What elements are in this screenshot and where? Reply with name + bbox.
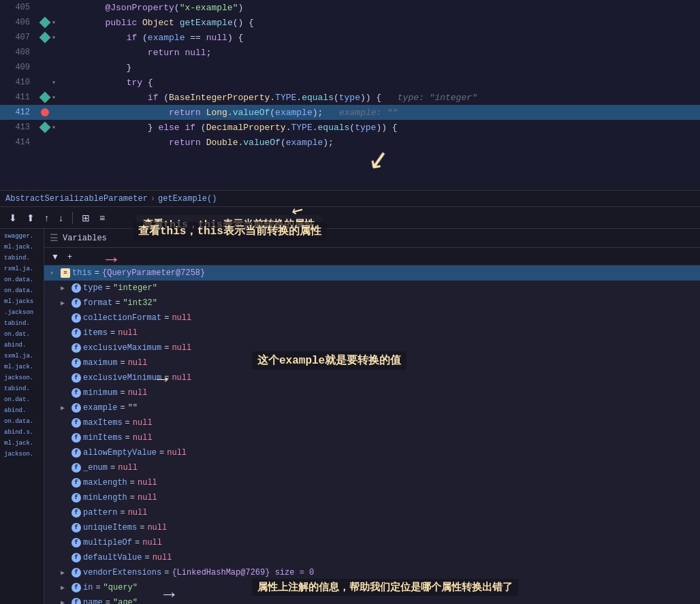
var-uniqueItems[interactable]: f uniqueItems = null bbox=[44, 520, 700, 535]
var-defaultValue[interactable]: f defaultValue = null bbox=[44, 550, 700, 565]
var-collectionFormat[interactable]: f collectionFormat = null bbox=[44, 311, 700, 325]
var-items[interactable]: f items = null bbox=[44, 325, 700, 340]
code-line-412: 412 return Long.valueOf(example); exampl… bbox=[0, 105, 700, 120]
sidebar-file-2: tabind. bbox=[1, 253, 42, 263]
breakpoint-diamond-411 bbox=[39, 92, 51, 104]
var-format[interactable]: ▶ f format = "int32" bbox=[44, 296, 700, 311]
var-exclusiveMaximum[interactable]: f exclusiveMaximum = null bbox=[44, 340, 700, 355]
field-icon-exclusiveMaximum: f bbox=[71, 343, 81, 353]
toolbar-separator bbox=[72, 212, 73, 224]
field-icon-minimum: f bbox=[71, 388, 81, 398]
sidebar-file-9: on.dat. bbox=[1, 330, 42, 339]
code-lines: 405 @JsonProperty("x-example") 406 ▾ pub… bbox=[0, 0, 700, 190]
field-icon-type: f bbox=[71, 283, 81, 293]
code-line-411: 411 ▾ if (BaseIntegerProperty.TYPE.equal… bbox=[0, 90, 700, 105]
var-vendorExtensions[interactable]: ▶ f vendorExtensions = {LinkedHashMap@72… bbox=[44, 565, 700, 580]
var-maxLength[interactable]: f maxLength = null bbox=[44, 475, 700, 490]
sidebar-file-20: jackson. bbox=[1, 449, 42, 459]
code-line-414: 414 return Double.valueOf(example); bbox=[0, 135, 700, 150]
field-icon-multipleOf: f bbox=[71, 538, 81, 547]
field-icon-items: f bbox=[71, 328, 81, 338]
field-icon-minLength: f bbox=[71, 493, 81, 503]
breakpoint-diamond-407 bbox=[39, 32, 51, 44]
panel-area: swagger. ml.jack. tabind. rxml.ja. on.da… bbox=[0, 229, 700, 604]
field-icon-maxItems: f bbox=[71, 418, 81, 428]
panel-header: ☰ Variables bbox=[44, 229, 700, 248]
var-in[interactable]: ▶ f in = "query" bbox=[44, 580, 700, 595]
sidebar-file-11: sxml.ja. bbox=[1, 351, 42, 361]
sidebar-file-7: .jackson bbox=[1, 308, 42, 317]
field-icon-enum: f bbox=[71, 463, 81, 473]
field-icon-minItems: f bbox=[71, 433, 81, 443]
field-icon-defaultValue: f bbox=[71, 553, 81, 562]
field-icon-exclusiveMinimum: f bbox=[71, 373, 81, 383]
code-editor: 405 @JsonProperty("x-example") 406 ▾ pub… bbox=[0, 0, 700, 191]
field-icon-uniqueItems: f bbox=[71, 523, 81, 533]
obj-icon-this: ≡ bbox=[61, 268, 70, 278]
sidebar-file-17: on.data. bbox=[1, 417, 42, 426]
breakpoint-active-412 bbox=[41, 108, 49, 116]
var-pattern[interactable]: f pattern = null bbox=[44, 505, 700, 520]
sidebar-file-16: abind. bbox=[1, 406, 42, 415]
sidebar-file-15: on.dat. bbox=[1, 395, 42, 404]
add-watch-button[interactable]: + bbox=[65, 251, 75, 263]
field-icon-maximum: f bbox=[71, 358, 81, 368]
sidebar-file-13: jackson. bbox=[1, 373, 42, 383]
breakpoint-diamond-413 bbox=[39, 122, 51, 133]
field-icon-format: f bbox=[71, 298, 81, 308]
code-line-405: 405 @JsonProperty("x-example") bbox=[0, 0, 700, 15]
panel-icon: ☰ bbox=[50, 232, 59, 244]
table-view-button[interactable]: ⊞ bbox=[78, 210, 93, 225]
panel-title: Variables bbox=[63, 234, 107, 243]
variables-content[interactable]: ▾ ≡ this = {QueryParameter@7258} ▶ f typ… bbox=[44, 266, 700, 604]
var-allowEmptyValue[interactable]: f allowEmptyValue = null bbox=[44, 445, 700, 460]
sidebar-file-5: on.data. bbox=[1, 286, 42, 296]
run-to-cursor-button[interactable]: ↓ bbox=[55, 210, 67, 225]
field-icon-maxLength: f bbox=[71, 478, 81, 488]
var-enum[interactable]: f _enum = null bbox=[44, 460, 700, 475]
variables-panel: ☰ Variables ▼ + ▾ ≡ this = {QueryParamet… bbox=[44, 229, 700, 604]
sidebar-file-19: ml.jack. bbox=[1, 439, 42, 448]
step-into-button[interactable]: ⬆ bbox=[23, 210, 38, 225]
sidebar-file-1: ml.jack. bbox=[1, 242, 42, 252]
field-icon-collectionFormat: f bbox=[71, 313, 81, 323]
breadcrumb-bar: AbstractSerializableParameter › getExamp… bbox=[0, 191, 700, 207]
var-multipleOf[interactable]: f multipleOf = null bbox=[44, 535, 700, 550]
var-this[interactable]: ▾ ≡ this = {QueryParameter@7258} bbox=[44, 266, 700, 281]
breadcrumb-class: AbstractSerializableParameter bbox=[5, 194, 148, 204]
field-icon-name: f bbox=[71, 598, 81, 604]
var-type[interactable]: ▶ f type = "integer" bbox=[44, 281, 700, 296]
var-minLength[interactable]: f minLength = null bbox=[44, 490, 700, 505]
var-minimum[interactable]: f minimum = null bbox=[44, 385, 700, 400]
sidebar-file-10: abind. bbox=[1, 340, 42, 350]
sidebar-file-4: on.data. bbox=[1, 275, 42, 285]
code-line-406: 406 ▾ public Object getExample() { bbox=[0, 15, 700, 30]
code-line-410: 410 ▾ try { bbox=[0, 75, 700, 90]
panel-controls: ▼ + bbox=[44, 248, 700, 266]
code-line-407: 407 ▾ if (example == null) { bbox=[0, 30, 700, 45]
field-icon-in: f bbox=[71, 583, 81, 592]
filter-button[interactable]: ▼ bbox=[48, 251, 62, 263]
more-button[interactable]: ≡ bbox=[96, 210, 108, 225]
code-line-413: 413 ▾ } else if (DecimalProperty.TYPE.eq… bbox=[0, 120, 700, 135]
field-icon-allowEmptyValue: f bbox=[71, 448, 81, 458]
var-exclusiveMinimum[interactable]: f exclusiveMinimum = null bbox=[44, 370, 700, 385]
field-icon-vendorExtensions: f bbox=[71, 568, 81, 577]
breakpoint-diamond-406 bbox=[39, 17, 51, 29]
code-line-408: 408 return null; bbox=[0, 45, 700, 60]
var-minItems[interactable]: f minItems = null bbox=[44, 430, 700, 445]
var-maximum[interactable]: f maximum = null bbox=[44, 355, 700, 370]
var-maxItems[interactable]: f maxItems = null bbox=[44, 415, 700, 430]
var-example[interactable]: ▶ f example = "" bbox=[44, 400, 700, 415]
sidebar-file-6: ml.jacks bbox=[1, 297, 42, 306]
var-name[interactable]: ▶ f name = "age" bbox=[44, 595, 700, 604]
sidebar-file-18: abind.s. bbox=[1, 428, 42, 437]
field-icon-pattern: f bbox=[71, 508, 81, 518]
code-line-409: 409 } bbox=[0, 60, 700, 75]
step-out-button[interactable]: ↑ bbox=[41, 210, 52, 225]
left-sidebar: swagger. ml.jack. tabind. rxml.ja. on.da… bbox=[0, 229, 44, 604]
step-over-button[interactable]: ⬇ bbox=[5, 210, 20, 225]
sidebar-file-14: tabind. bbox=[1, 384, 42, 394]
breadcrumb-method: getExample() bbox=[158, 194, 217, 204]
sidebar-file-swagger: swagger. bbox=[1, 232, 42, 241]
